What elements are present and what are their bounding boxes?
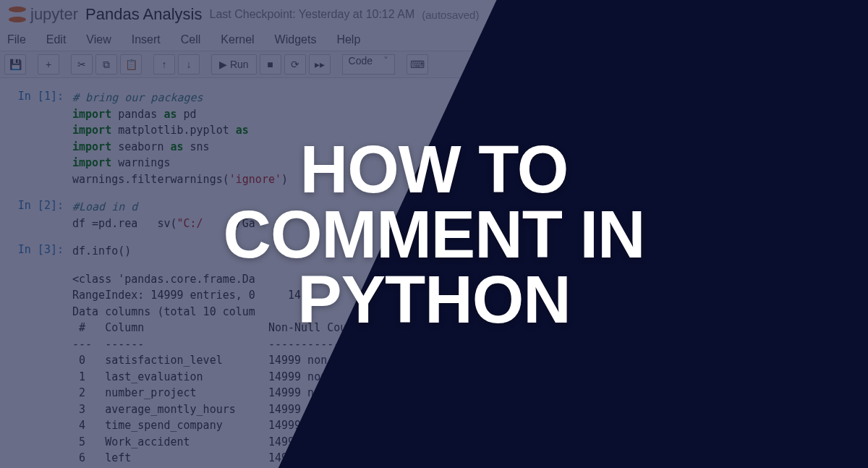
autosaved-text: (autosaved) xyxy=(422,9,479,21)
hero-title: HOW TO COMMENT IN PYTHON xyxy=(224,136,645,331)
menu-view[interactable]: View xyxy=(86,33,111,46)
cell-prompt: In [2]: xyxy=(7,199,72,231)
restart-run-all-button[interactable]: ▸▸ xyxy=(309,54,331,75)
menu-widgets[interactable]: Widgets xyxy=(275,33,317,46)
notebook-title[interactable]: Pandas Analysis xyxy=(85,5,202,24)
stop-button[interactable]: ■ xyxy=(260,54,281,75)
paste-button[interactable]: 📋 xyxy=(120,54,142,75)
jupyter-icon xyxy=(7,4,27,25)
command-palette-button[interactable]: ⌨ xyxy=(407,54,428,75)
move-up-button[interactable]: ↑ xyxy=(153,54,175,75)
cut-button[interactable]: ✂ xyxy=(71,54,93,75)
menu-help[interactable]: Help xyxy=(336,33,360,46)
jupyter-logo[interactable]: jupyter xyxy=(7,4,78,25)
restart-button[interactable]: ⟳ xyxy=(284,54,306,75)
main-menu: File Edit View Insert Cell Kernel Widget… xyxy=(0,29,868,51)
cell-prompt: In [1]: xyxy=(7,90,72,187)
add-cell-button[interactable]: + xyxy=(38,54,59,75)
menu-edit[interactable]: Edit xyxy=(46,33,67,46)
run-button[interactable]: ▶ Run xyxy=(211,54,257,75)
menu-kernel[interactable]: Kernel xyxy=(221,33,254,46)
menu-file[interactable]: File xyxy=(7,33,26,46)
notebook-header: jupyter Pandas Analysis Last Checkpoint:… xyxy=(0,0,868,29)
cell-prompt: In [3]: xyxy=(7,243,72,260)
menu-insert[interactable]: Insert xyxy=(132,33,161,46)
logo-text: jupyter xyxy=(30,5,78,24)
checkpoint-text: Last Checkpoint: Yesterday at 10:12 AM xyxy=(209,8,414,21)
save-button[interactable]: 💾 xyxy=(4,54,26,75)
menu-cell[interactable]: Cell xyxy=(181,33,201,46)
cell-type-select[interactable]: Code xyxy=(342,54,395,75)
copy-button[interactable]: ⧉ xyxy=(95,54,117,75)
code-content[interactable]: df.info() xyxy=(72,243,131,260)
toolbar: 💾 + ✂ ⧉ 📋 ↑ ↓ ▶ Run ■ ⟳ ▸▸ Code ⌨ xyxy=(0,51,868,78)
move-down-button[interactable]: ↓ xyxy=(178,54,200,75)
